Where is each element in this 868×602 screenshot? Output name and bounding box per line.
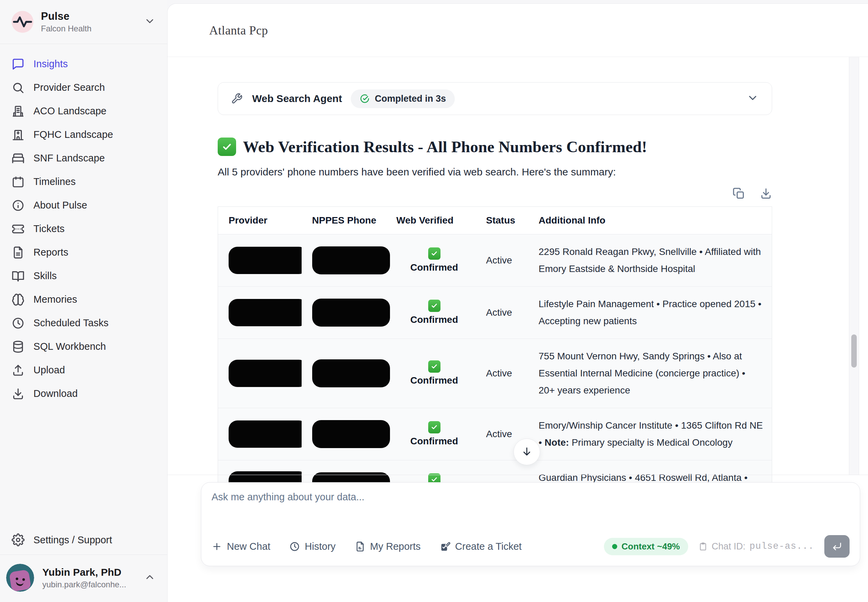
chat-input[interactable] [212, 491, 850, 521]
user-email: yubin.park@falconhe... [42, 580, 136, 590]
agent-status-card[interactable]: Web Search Agent Completed in 3s [218, 82, 772, 115]
clock-icon [289, 541, 300, 552]
file-icon [355, 541, 365, 552]
white-check-mark-emoji [428, 299, 440, 312]
col-additional-info: Additional Info [528, 207, 772, 235]
sidebar-item-provider-search[interactable]: Provider Search [0, 76, 167, 99]
copy-icon[interactable] [733, 187, 745, 200]
sidebar-item-tickets[interactable]: Tickets [0, 217, 167, 241]
sidebar-item-insights[interactable]: Insights [0, 52, 167, 76]
hospital-icon [12, 128, 25, 141]
download-icon [12, 387, 25, 400]
conversation-header: Atlanta Pcp [167, 4, 868, 57]
sidebar-item-about-pulse[interactable]: About Pulse [0, 194, 167, 217]
redacted-phone-number [312, 420, 390, 448]
chevron-down-icon [144, 15, 156, 28]
calendar-icon [12, 175, 25, 188]
redacted-provider-name [229, 360, 308, 387]
status-dot [612, 544, 617, 549]
pulse-heartbeat-icon [12, 11, 34, 33]
sidebar-item-memories[interactable]: Memories [0, 288, 167, 311]
additional-info-cell: 755 Mount Vernon Hwy, Sandy Springs • Al… [528, 339, 772, 408]
message-square-icon [12, 58, 25, 71]
plus-icon [212, 541, 222, 552]
table-row: Confirmed Active 755 Mount Vernon Hwy, S… [218, 339, 772, 408]
redacted-provider-name [229, 421, 308, 448]
sidebar-item-fqhc-landscape[interactable]: FQHC Landscape [0, 123, 167, 146]
redacted-provider-name [229, 247, 308, 274]
file-text-icon [12, 246, 25, 259]
redacted-phone-number [312, 246, 390, 274]
sidebar-item-upload[interactable]: Upload [0, 358, 167, 382]
brand-name: Pulse [41, 10, 136, 23]
col-provider: Provider [218, 207, 302, 235]
check-circle-icon [360, 94, 370, 104]
send-button[interactable] [824, 535, 850, 557]
user-profile[interactable]: Yubin Park, PhD yubin.park@falconhe... [0, 555, 167, 602]
book-open-icon [12, 270, 25, 283]
message-subheading: All 5 providers' phone numbers have been… [218, 166, 772, 178]
additional-info-cell: 2295 Ronald Reagan Pkwy, Snellville • Af… [528, 235, 772, 287]
app-window: Pulse Falcon Health Insights Provider Se… [0, 0, 868, 602]
table-row: Confirmed Active 2295 Ronald Reagan Pkwy… [218, 235, 772, 287]
create-ticket-button[interactable]: Create a Ticket [440, 541, 522, 552]
status-cell: Active [475, 235, 528, 287]
sidebar-item-skills[interactable]: Skills [0, 264, 167, 288]
table-toolbar [218, 187, 772, 201]
ticket-pen-icon [440, 541, 450, 552]
main-panel: Atlanta Pcp Web Search Agent Completed i… [167, 3, 868, 602]
context-usage-badge: Context ~49% [604, 538, 688, 555]
white-check-mark-emoji [218, 138, 236, 156]
arrow-down-icon [521, 446, 533, 458]
table-header-row: Provider NPPES Phone Web Verified Status… [218, 207, 772, 235]
redacted-phone-number [312, 359, 390, 387]
building-icon [12, 105, 25, 118]
sidebar-item-snf-landscape[interactable]: SNF Landscape [0, 146, 167, 170]
sidebar-item-reports[interactable]: Reports [0, 241, 167, 264]
bed-icon [12, 152, 25, 165]
scrollbar-thumb[interactable] [851, 335, 857, 367]
enter-return-icon [831, 541, 842, 552]
workspace-switcher[interactable]: Pulse Falcon Health [0, 0, 167, 44]
white-check-mark-emoji [428, 247, 440, 260]
composer-toolbar: New Chat History My Reports Create a Tic… [212, 535, 850, 557]
chevron-down-icon[interactable] [747, 92, 759, 106]
scrollbar-track[interactable] [849, 57, 859, 475]
redacted-provider-name [229, 299, 308, 326]
heading-text: Web Verification Results - All Phone Num… [243, 138, 647, 156]
message-heading: Web Verification Results - All Phone Num… [218, 138, 772, 156]
clock-icon [12, 317, 25, 330]
user-name: Yubin Park, PhD [42, 567, 136, 578]
chevron-up-icon [144, 571, 156, 584]
my-reports-button[interactable]: My Reports [355, 541, 421, 552]
additional-info-cell: Lifestyle Pain Management • Practice ope… [528, 287, 772, 339]
avatar [6, 564, 34, 592]
sidebar-item-aco-landscape[interactable]: ACO Landscape [0, 99, 167, 123]
status-badge: Completed in 3s [351, 89, 455, 108]
sidebar-item-timelines[interactable]: Timelines [0, 170, 167, 194]
white-check-mark-emoji [428, 360, 440, 373]
page-title: Atlanta Pcp [209, 23, 268, 38]
sidebar-item-download[interactable]: Download [0, 382, 167, 405]
new-chat-button[interactable]: New Chat [212, 541, 270, 552]
table-row: Confirmed Active Lifestyle Pain Manageme… [218, 287, 772, 339]
redacted-phone-number [312, 299, 390, 327]
sidebar-item-settings-support[interactable]: Settings / Support [0, 525, 167, 554]
sidebar-item-scheduled-tasks[interactable]: Scheduled Tasks [0, 311, 167, 335]
col-status: Status [475, 207, 528, 235]
sidebar-item-sql-workbench[interactable]: SQL Workbench [0, 335, 167, 358]
download-icon[interactable] [760, 187, 772, 200]
database-icon [12, 340, 25, 353]
ticket-icon [12, 223, 25, 235]
history-button[interactable]: History [289, 541, 335, 552]
status-cell: Active [475, 339, 528, 408]
clipboard-icon [698, 542, 708, 551]
scroll-to-bottom-button[interactable] [514, 439, 540, 465]
upload-icon [12, 364, 25, 377]
agent-name: Web Search Agent [252, 93, 342, 104]
chat-id[interactable]: Chat ID: pulse-as... [698, 541, 814, 552]
white-check-mark-emoji [428, 421, 440, 433]
sidebar-nav: Insights Provider Search ACO Landscape F… [0, 44, 167, 405]
table-row: Confirmed Active Emory/Winship Cancer In… [218, 408, 772, 461]
col-nppes-phone: NPPES Phone [302, 207, 393, 235]
